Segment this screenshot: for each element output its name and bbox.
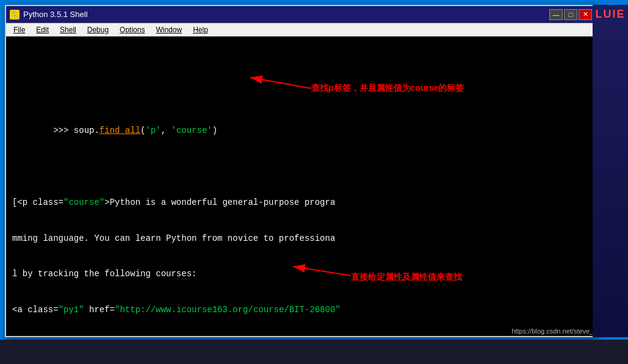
- menu-edit[interactable]: Edit: [31, 24, 54, 35]
- python-shell-window: 🐍 Python 3.5.1 Shell — □ ✕ File Edit She…: [5, 5, 597, 337]
- side-logo: LUIE: [595, 8, 625, 21]
- title-bar: 🐍 Python 3.5.1 Shell — □ ✕: [6, 6, 596, 23]
- shell-output-4: <a class="py1" href="http://www.icourse1…: [12, 304, 590, 316]
- annotation-2: 直接给定属性及属性值来查找: [351, 271, 462, 284]
- menu-help[interactable]: Help: [188, 24, 213, 35]
- menu-window[interactable]: Window: [151, 24, 187, 35]
- maximize-button[interactable]: □: [564, 9, 577, 20]
- side-panel: LUIE: [593, 5, 628, 337]
- close-button[interactable]: ✕: [579, 9, 592, 20]
- content-wrapper: >>> soup.find_all('p', 'course') [<p cla…: [12, 65, 590, 336]
- python-icon: 🐍: [10, 10, 20, 20]
- menu-bar: File Edit Shell Debug Options Window Hel…: [6, 23, 596, 37]
- shell-content[interactable]: >>> soup.find_all('p', 'course') [<p cla…: [6, 37, 596, 336]
- code-1d: 'p': [145, 126, 161, 135]
- shell-output-2: mming language. You can learn Python fro…: [12, 233, 590, 245]
- minimize-button[interactable]: —: [549, 9, 563, 20]
- code-1g: ): [212, 126, 217, 135]
- menu-debug[interactable]: Debug: [82, 24, 114, 35]
- annotation-1: 查找p标签，并且属性值为course的标签: [311, 82, 464, 95]
- prompt-1: >>>: [53, 126, 74, 135]
- shell-output-3: l by tracking the following courses:: [12, 268, 590, 280]
- shell-output-1: [<p class="course">Python is a wonderful…: [12, 197, 590, 209]
- code-1f: 'course': [171, 126, 212, 135]
- code-1b: find_all: [99, 126, 140, 135]
- title-bar-left: 🐍 Python 3.5.1 Shell: [10, 10, 88, 20]
- code-1a: soup.: [74, 126, 99, 135]
- menu-options[interactable]: Options: [115, 24, 150, 35]
- code-1e: ,: [161, 126, 171, 135]
- menu-shell[interactable]: Shell: [55, 24, 81, 35]
- title-buttons: — □ ✕: [549, 9, 592, 20]
- svg-line-2: [250, 77, 311, 88]
- menu-file[interactable]: File: [9, 24, 30, 35]
- shell-line-1: >>> soup.find_all('p', 'course'): [12, 113, 590, 149]
- window-title: Python 3.5.1 Shell: [23, 10, 88, 19]
- taskbar: [0, 340, 628, 364]
